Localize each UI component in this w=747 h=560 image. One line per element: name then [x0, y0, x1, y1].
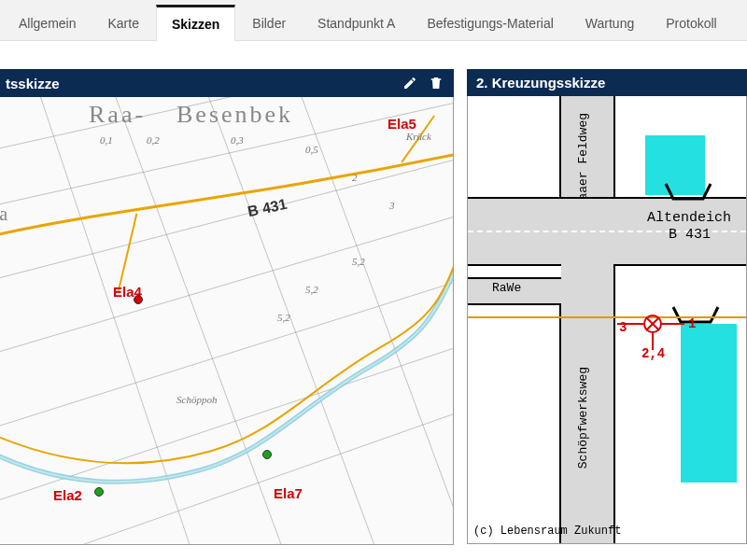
panel-header: tsskizze [0, 69, 454, 97]
tab-label: Befestigungs-Material [427, 16, 553, 31]
content-area: tsskizze [0, 41, 747, 545]
map-tick: 0,3 [231, 134, 244, 146]
map-node[interactable] [134, 295, 143, 304]
svg-line-9 [202, 97, 388, 544]
panel-header: 2. Kreuzungsskizze [467, 69, 747, 96]
place-label: Raa [0, 203, 10, 225]
svg-line-4 [0, 274, 453, 433]
tab-label: Allgemein [19, 16, 76, 31]
map-tick: 5,2 [277, 312, 290, 323]
tab-bilder[interactable]: Bilder [237, 4, 301, 40]
topographic-map[interactable]: Raa- Besenbek Raa Krück Schöppoh B 431 0… [0, 97, 454, 545]
annotation: 2,4 [641, 346, 665, 361]
map-tick: 0,5 [305, 144, 318, 155]
tab-skizzen[interactable]: Skizzen [156, 5, 235, 41]
tab-label: Bilder [252, 16, 286, 31]
annotation: 3 [619, 320, 627, 335]
delete-icon[interactable] [428, 75, 444, 91]
tab-standpunkt[interactable]: Standpunkt A [303, 4, 410, 40]
map-tick: 3 [389, 200, 395, 211]
panel-intersection-sketch: 2. Kreuzungsskizze Raaer Feldweg Altende… [467, 69, 747, 545]
tab-label: Wartung [585, 16, 634, 31]
marker-ela7[interactable]: Ela7 [274, 485, 303, 501]
svg-line-5 [0, 339, 453, 507]
map-tick: 0,2 [147, 134, 160, 146]
survey-line [468, 316, 747, 318]
curb [559, 96, 561, 199]
panel-title: 2. Kreuzungsskizze [476, 75, 738, 91]
tab-label: Protokoll [666, 16, 716, 31]
intersection-sketch[interactable]: Raaer Feldweg Altendeich B 431 RaWe Schö… [467, 96, 747, 544]
place-label: Raa- [89, 101, 146, 129]
street-ref: B 431 [669, 227, 711, 243]
edit-icon[interactable] [402, 75, 418, 91]
tab-label: Karte [107, 16, 138, 31]
map-tick: 0,1 [100, 134, 113, 146]
panel-actions [402, 75, 444, 91]
copyright: (c) Lebensraum Zukunft [473, 525, 621, 538]
map-node[interactable] [262, 450, 272, 459]
tab-bar: Allgemein Karte Skizzen Bilder Standpunk… [0, 0, 747, 41]
curb [559, 303, 561, 543]
svg-line-8 [109, 97, 295, 544]
tab-label: Skizzen [172, 17, 219, 32]
marker-ela2[interactable]: Ela2 [53, 487, 82, 503]
place-label: Krück [406, 131, 431, 142]
map-tick: 2 [352, 172, 358, 183]
street-label: RaWe [492, 281, 521, 295]
tab-label: Standpunkt A [317, 16, 395, 31]
svg-line-2 [0, 153, 453, 284]
street-label: Raaer Feldweg [576, 113, 590, 207]
svg-line-3 [0, 209, 453, 358]
curb [613, 96, 615, 199]
tab-protokoll[interactable]: Protokoll [651, 4, 731, 40]
culvert-icon [664, 182, 712, 201]
tab-allgemein[interactable]: Allgemein [4, 4, 91, 40]
curb [613, 264, 615, 543]
map-tick: 5,2 [305, 284, 318, 295]
svg-line-6 [0, 404, 453, 544]
annotation: 1 [688, 316, 696, 331]
marker-ela5[interactable]: Ela5 [388, 116, 416, 132]
map-tick: 5,2 [352, 256, 365, 267]
tab-wartung[interactable]: Wartung [571, 4, 649, 40]
panel-title: tsskizze [6, 76, 402, 91]
tab-karte[interactable]: Karte [92, 4, 153, 40]
street-label: Altendeich [647, 210, 731, 226]
place-label: Besenbek [176, 101, 293, 129]
street-label: Schöpfwerksweg [576, 367, 590, 469]
tab-material[interactable]: Befestigungs-Material [412, 4, 568, 40]
panel-site-sketch: tsskizze [0, 69, 454, 545]
place-label: Schöppoh [176, 394, 217, 405]
map-node[interactable] [94, 487, 104, 497]
